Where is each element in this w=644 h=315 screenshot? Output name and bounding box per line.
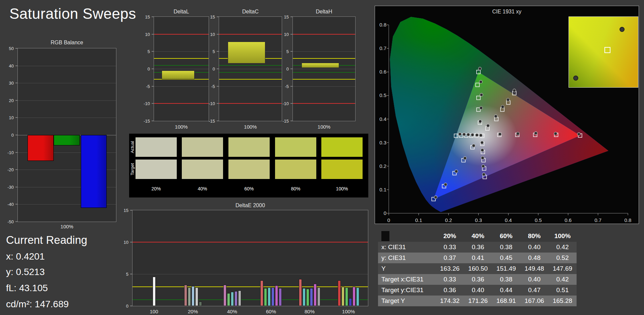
table-row[interactable]: Target Y174.32171.26168.91167.06165.28	[378, 296, 577, 306]
deltae-bar	[356, 287, 359, 306]
y-tick-label: 15	[279, 14, 289, 19]
cie-x-tick-label: 0.2	[443, 217, 453, 223]
gridline	[18, 66, 116, 66]
current-reading-y: y: 0.5213	[6, 267, 45, 277]
table-cell: 0.40	[464, 286, 492, 294]
y-tick-label: 10	[140, 32, 150, 37]
y-tick-label: 0	[140, 66, 150, 72]
gridline	[18, 100, 116, 101]
gridline	[219, 86, 282, 87]
reference-line	[219, 72, 282, 73]
table-cell: 167.06	[520, 297, 548, 305]
table-cell: 0.40	[520, 276, 548, 283]
deltae-bar	[260, 280, 263, 306]
deltal-plot[interactable]: 151050-5-10-15	[154, 16, 209, 121]
reference-line	[293, 72, 355, 73]
deltac-range-bar	[228, 42, 265, 63]
rgb-balance-title: RGB Balance	[17, 40, 116, 46]
table-cell: 0.38	[492, 243, 520, 251]
deltal-title: DeltaL	[154, 9, 209, 15]
page-title: Saturation Sweeps	[9, 5, 136, 22]
deltae-bar	[195, 287, 198, 306]
calibration-app-window: Saturation Sweeps RGB Balance 5040302010…	[0, 0, 644, 315]
deltah-xlabel: 100%	[292, 124, 356, 130]
cie-x-tick-label: 0.3	[473, 217, 483, 223]
table-header-cell: 80%	[520, 232, 548, 240]
cie-y-tick-label: 0	[376, 210, 386, 216]
tick-mark	[217, 121, 219, 121]
cie-y-tick-label: 0.6	[376, 69, 386, 75]
reference-line	[154, 34, 209, 35]
deltac-title: DeltaC	[219, 9, 282, 15]
table-row[interactable]: Target x:CIE310.330.360.380.400.42	[378, 274, 577, 285]
y-tick-label: 10	[118, 240, 128, 245]
table-cell: 0.48	[520, 254, 548, 262]
rgb-balance-plot[interactable]: 50403020100-10-20-30-40-50	[17, 48, 116, 222]
gridline	[18, 118, 116, 118]
cie-x-tick-label: 0.6	[563, 217, 573, 223]
reference-line	[219, 34, 282, 35]
inset-target-point	[604, 47, 610, 53]
tick-mark	[15, 118, 17, 118]
deltae-bar	[303, 288, 306, 306]
table-row-label: Y	[378, 265, 436, 272]
tick-mark	[290, 86, 292, 86]
table-cell: 0.36	[436, 286, 464, 294]
deltae-bar	[314, 284, 317, 306]
table-row[interactable]: Target y:CIE310.360.400.440.470.51	[378, 285, 577, 296]
tick-mark	[290, 34, 292, 34]
deltal-range-bar	[162, 71, 195, 79]
reference-line	[293, 34, 355, 35]
deltae-bar	[317, 287, 320, 306]
reference-line	[132, 286, 368, 287]
deltae-group-label: 20%	[181, 309, 205, 314]
gridline	[293, 69, 355, 69]
deltae-title: DeltaE 2000	[132, 203, 368, 209]
table-cell: 171.26	[464, 297, 492, 305]
y-tick-label: -20	[2, 167, 14, 172]
deltac-plot[interactable]: 151050-5-10-15	[219, 16, 282, 121]
y-tick-label: 20	[2, 98, 14, 103]
table-cell: 149.48	[520, 265, 548, 272]
deltae-bar	[310, 288, 313, 306]
tick-mark	[15, 222, 17, 222]
table-row[interactable]: y: CIE310.370.410.450.480.52	[378, 253, 577, 263]
y-tick-label: 10	[279, 32, 289, 37]
deltae-group-label: 40%	[220, 309, 244, 314]
y-tick-label: 30	[2, 81, 14, 86]
rgb-balance-xlabel: 100%	[17, 224, 116, 229]
y-tick-label: -10	[140, 101, 150, 106]
swatch-comparison-panel[interactable]: ActualTarget20%40%60%80%100%	[129, 134, 368, 197]
cie-x-tick-label: 0.5	[533, 217, 543, 223]
deltae-group-label: 100%	[337, 309, 360, 314]
table-cell: 0.52	[548, 254, 577, 262]
tick-mark	[15, 204, 17, 205]
deltah-plot[interactable]: 151050-5-10-15	[292, 16, 356, 121]
deltae-bar	[279, 288, 282, 306]
tick-mark	[15, 152, 17, 152]
reference-line	[293, 58, 355, 59]
swatch-actual-100%	[321, 137, 363, 157]
deltae-plot[interactable]: 15105010020%40%60%80%100%	[132, 210, 368, 306]
swatch-col-label: 20%	[136, 186, 177, 191]
table-cell: 0.36	[464, 243, 492, 251]
tick-mark	[15, 48, 17, 49]
table-header-cell: 40%	[464, 232, 492, 240]
y-tick-label: -5	[140, 84, 150, 89]
deltae-bar	[345, 287, 348, 306]
deltae-bar	[299, 279, 302, 306]
inset-measured-point	[620, 27, 625, 32]
y-tick-label: 40	[2, 63, 14, 68]
cie-diagram-panel[interactable]: CIE 1931 xy 00.10.20.30.40.50.60.70.800.…	[375, 6, 639, 224]
table-cell: 0.42	[548, 243, 577, 251]
gridline	[132, 274, 368, 274]
tick-mark	[152, 34, 154, 34]
table-cell: 168.91	[492, 297, 520, 305]
rgb-bar-blue	[81, 135, 107, 208]
reference-line	[132, 242, 368, 242]
table-row[interactable]: Y163.26160.50151.49149.48147.69	[378, 263, 577, 274]
cie-y-tick-label: 0.3	[376, 140, 386, 145]
table-row[interactable]: x: CIE310.330.360.380.400.42	[378, 242, 577, 253]
deltae-bar	[238, 290, 241, 306]
deltae-group-label: 80%	[298, 309, 321, 314]
